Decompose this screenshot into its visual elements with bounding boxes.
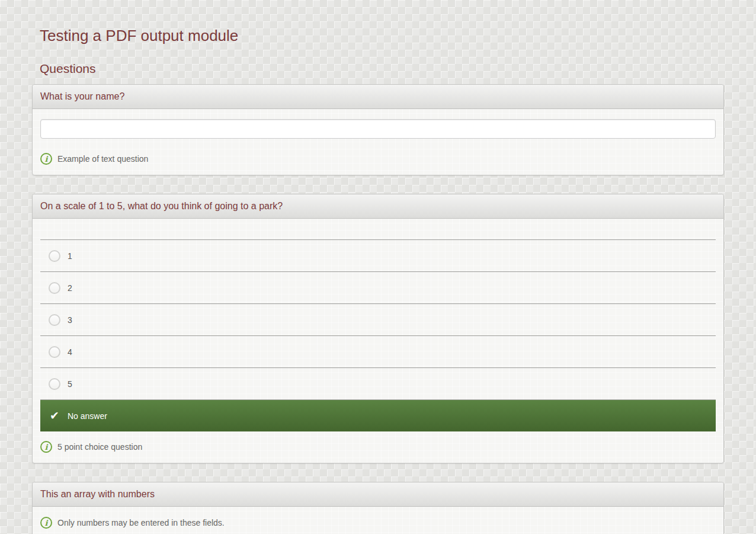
radio-icon[interactable] — [49, 314, 60, 326]
info-icon: i — [40, 441, 52, 453]
question-help-text: Example of text question — [57, 154, 148, 164]
answer-label: 5 — [68, 379, 72, 389]
question-help-text: Only numbers may be entered in these fie… — [57, 518, 225, 527]
question-body-scale: 1 2 3 4 5 ✔ — [33, 219, 723, 463]
question-box-scale: On a scale of 1 to 5, what do you think … — [32, 194, 724, 463]
radio-icon[interactable] — [49, 346, 60, 358]
question-body-name: i Example of text question — [33, 109, 723, 175]
question-help-row: i 5 point choice question — [40, 441, 716, 453]
answer-option-1[interactable]: 1 — [40, 239, 716, 271]
radio-icon[interactable] — [49, 378, 60, 390]
radio-icon[interactable] — [49, 282, 60, 294]
question-body-array: i Only numbers may be entered in these f… — [33, 507, 723, 534]
question-title-name: What is your name? — [33, 85, 723, 109]
survey-page: Testing a PDF output module Questions Wh… — [32, 0, 724, 534]
survey-title: Testing a PDF output module — [40, 27, 724, 45]
question-help-row: i Example of text question — [40, 153, 716, 165]
answer-option-2[interactable]: 2 — [40, 271, 716, 303]
answer-option-5[interactable]: 5 — [40, 367, 716, 399]
question-title-scale: On a scale of 1 to 5, what do you think … — [33, 194, 723, 219]
group-title: Questions — [40, 62, 724, 76]
answer-option-4[interactable]: 4 — [40, 335, 716, 367]
answer-label: 3 — [68, 315, 72, 325]
question-title-array: This an array with numbers — [33, 482, 723, 507]
answer-option-3[interactable]: 3 — [40, 303, 716, 335]
answer-label: No answer — [68, 411, 107, 421]
question-box-name: What is your name? i Example of text que… — [32, 84, 724, 175]
answer-label: 1 — [68, 251, 72, 261]
answers-list: 1 2 3 4 5 ✔ — [40, 239, 716, 431]
question-box-array: This an array with numbers i Only number… — [32, 482, 724, 534]
question-help-text: 5 point choice question — [57, 442, 142, 452]
radio-icon[interactable] — [49, 250, 60, 262]
check-icon: ✔ — [49, 410, 60, 421]
info-icon: i — [40, 517, 52, 529]
question-help-row: i Only numbers may be entered in these f… — [40, 517, 716, 529]
info-icon: i — [40, 153, 52, 165]
name-text-input[interactable] — [40, 119, 716, 139]
answer-option-no-answer[interactable]: ✔ No answer — [40, 399, 716, 431]
answer-label: 4 — [68, 347, 72, 357]
answer-label: 2 — [68, 283, 72, 293]
